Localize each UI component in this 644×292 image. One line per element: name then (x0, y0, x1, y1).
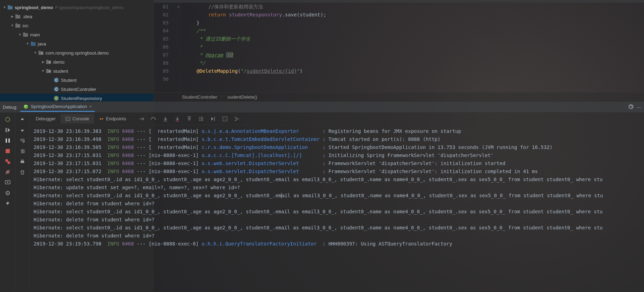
soft-wrap-icon[interactable] (19, 137, 26, 144)
svg-rect-1 (8, 5, 10, 6)
svg-point-37 (7, 193, 8, 194)
tree-row[interactable]: ▼com.rongrong.springboot.demo (0, 48, 154, 57)
console-line[interactable]: Hibernate: select student0_.id as id1_0_… (34, 176, 640, 184)
code-line[interactable]: * (185, 43, 644, 51)
tree-row[interactable]: ▼java (0, 39, 154, 48)
show-execution-point-icon[interactable] (138, 115, 145, 122)
code-line[interactable]: */ (185, 59, 644, 67)
view-breakpoints-icon[interactable] (4, 158, 11, 165)
tab-debugger[interactable]: Debugger (31, 114, 61, 123)
console-line[interactable]: 2019-12-30 23:19:53.798 INFO 6468 --- [n… (34, 240, 640, 248)
svg-rect-14 (46, 60, 48, 61)
svg-text:⋯: ⋯ (224, 117, 227, 121)
console-line[interactable]: Hibernate: delete from student where id=… (34, 216, 640, 224)
close-icon[interactable]: × (89, 104, 92, 109)
resume-icon[interactable] (4, 127, 11, 134)
expand-arrow-icon[interactable]: ▶ (41, 60, 45, 64)
tree-row[interactable]: ▼student (0, 66, 154, 76)
console-line[interactable]: Hibernate: select student0_.id as id1_0_… (34, 192, 640, 200)
console-line[interactable]: 2019-12-30 23:16:39.383 INFO 6468 --- [ … (34, 127, 640, 135)
expand-arrow-icon[interactable]: ▼ (10, 24, 15, 27)
svg-rect-26 (6, 128, 7, 132)
pause-icon[interactable] (4, 137, 11, 144)
step-out-icon[interactable] (186, 115, 193, 122)
code-line[interactable]: } (185, 19, 644, 27)
trace-current-stream-chain-icon[interactable] (233, 115, 240, 122)
force-step-into-icon[interactable] (174, 115, 181, 122)
expand-arrow-icon[interactable]: ▼ (2, 6, 7, 9)
line-gutter[interactable]: 81828384858687888990 (154, 3, 175, 92)
step-toolbar: ⋯ (131, 115, 240, 122)
pin-icon[interactable] (4, 200, 11, 207)
breadcrumb[interactable]: StudentController 〉 sudentDelete() (154, 92, 644, 101)
console-line[interactable]: 2019-12-30 23:16:39.498 INFO 6468 --- [ … (34, 135, 640, 143)
step-over-icon[interactable] (150, 115, 157, 122)
console-line[interactable]: Hibernate: delete from student where id=… (34, 200, 640, 208)
tree-row[interactable]: ▶.idea (0, 12, 154, 21)
tree-row[interactable]: ▼springboot_demoF:\pyworkspace\springboo… (0, 3, 154, 12)
run-to-cursor-icon[interactable] (210, 115, 217, 122)
code-lines[interactable]: //保存和更新都用该方法 return studentResponstory.s… (182, 3, 644, 92)
console-line[interactable]: 2019-12-30 23:16:39.505 INFO 6468 --- [ … (34, 143, 640, 151)
mute-breakpoints-icon[interactable] (4, 169, 11, 176)
down-icon[interactable] (19, 127, 26, 134)
console-line[interactable]: Hibernate: delete from student where id=… (34, 232, 640, 240)
console-line[interactable]: Hibernate: update student set age=?, ema… (34, 184, 640, 192)
code-line[interactable]: //保存和更新都用该方法 (185, 3, 644, 11)
up-icon[interactable] (19, 116, 26, 123)
expand-arrow-icon[interactable]: ▼ (25, 42, 30, 45)
tree-row[interactable]: ▶demo (0, 57, 154, 66)
console-line[interactable]: 2019-12-30 23:17:15.031 INFO 6468 --- [n… (34, 151, 640, 159)
scroll-to-end-icon[interactable] (19, 148, 26, 155)
svg-point-31 (7, 161, 10, 164)
tab-console[interactable]: Console (61, 114, 94, 123)
drop-frame-icon[interactable] (198, 115, 205, 122)
code-line[interactable]: * 通过ID删除一个学生 (185, 35, 644, 43)
expand-arrow-icon[interactable]: ▶ (10, 15, 15, 18)
settings-icon[interactable] (4, 190, 11, 197)
tree-row[interactable]: ▼src (0, 21, 154, 30)
code-area[interactable]: 81828384858687888990 ⊟ //保存和更新都用该方法 retu… (154, 3, 644, 92)
tree-row[interactable]: CStudentController (0, 85, 154, 94)
svg-rect-3 (15, 14, 17, 15)
tree-row[interactable]: IStudentResponstory (0, 94, 154, 101)
tab-endpoints[interactable]: Endpoints (94, 114, 131, 123)
console-output[interactable]: 2019-12-30 23:16:39.383 INFO 6468 --- [ … (29, 125, 644, 292)
code-line[interactable]: @DeleteMapping("/sudentDelete/{id}") (185, 67, 644, 75)
get-thread-dump-icon[interactable] (4, 179, 11, 186)
svg-rect-0 (8, 6, 13, 9)
tree-row[interactable]: ▼main (0, 30, 154, 39)
code-line[interactable]: * @param id (185, 51, 644, 59)
folder-dark-icon (22, 31, 29, 38)
svg-rect-6 (23, 33, 28, 37)
console-line[interactable]: Hibernate: select student0_.id as id1_0_… (34, 208, 640, 216)
project-tree-panel[interactable]: ▼springboot_demoF:\pyworkspace\springboo… (0, 0, 154, 101)
endpoints-icon (99, 116, 104, 121)
debug-toolwindow-header[interactable]: Debug: SpringbootDemoApplication × — (0, 101, 644, 113)
breadcrumb-item[interactable]: sudentDelete() (227, 94, 257, 100)
step-into-icon[interactable] (162, 115, 169, 122)
debug-run-config-tab[interactable]: SpringbootDemoApplication × (20, 102, 95, 112)
expand-arrow-icon[interactable]: ▼ (17, 33, 22, 36)
module-icon (7, 4, 13, 10)
tree-row[interactable]: CStudent (0, 76, 154, 85)
console-line[interactable]: 2019-12-30 23:17:15.072 INFO 6468 --- [n… (34, 168, 640, 176)
expand-arrow-icon[interactable]: ▼ (33, 51, 38, 55)
rerun-icon[interactable] (4, 116, 11, 123)
expand-arrow-icon[interactable]: ▼ (41, 69, 45, 73)
svg-rect-40 (66, 117, 70, 121)
gear-icon[interactable] (628, 104, 634, 110)
console-line[interactable]: Hibernate: select student0_.id as id1_0_… (34, 224, 640, 232)
stop-icon[interactable] (4, 148, 11, 155)
code-line[interactable]: return studentResponstory.save(student); (185, 11, 644, 19)
code-line[interactable]: /** (185, 27, 644, 35)
breadcrumb-item[interactable]: StudentController (182, 94, 217, 100)
evaluate-expression-icon[interactable]: ⋯ (221, 115, 228, 122)
svg-point-18 (49, 71, 50, 72)
print-icon[interactable] (19, 158, 26, 165)
minimize-icon[interactable]: — (637, 105, 641, 110)
clear-icon[interactable] (19, 169, 26, 176)
fold-gutter[interactable]: ⊟ (175, 3, 182, 92)
editor-tabs-bar[interactable] (154, 0, 644, 3)
console-line[interactable]: 2019-12-30 23:17:15.031 INFO 6468 --- [n… (34, 159, 640, 168)
